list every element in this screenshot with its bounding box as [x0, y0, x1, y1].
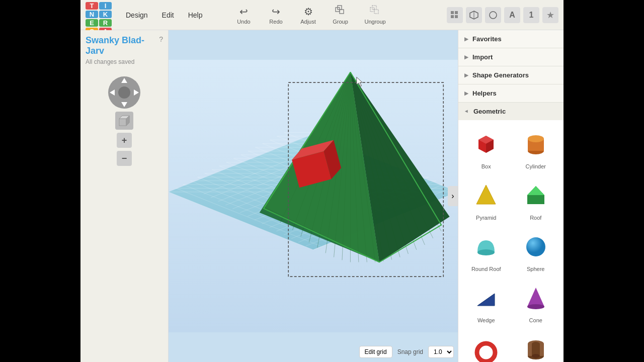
svg-rect-6 [451, 11, 454, 14]
shape-sphere[interactable]: Sphere [512, 227, 560, 276]
section-import-header[interactable]: ▶ Import [458, 48, 564, 66]
svg-point-12 [490, 12, 497, 19]
pyramid-label: Pyramid [476, 215, 496, 221]
svg-point-124 [532, 354, 540, 358]
helpers-arrow-icon: ▶ [464, 90, 468, 96]
group-label: Group [333, 19, 348, 25]
shape-torus[interactable]: Torus [462, 329, 510, 362]
logo-letter-n: N [86, 11, 98, 18]
redo-icon: ↪ [272, 6, 280, 18]
section-geometric-header[interactable]: ▼ Geometric [458, 103, 564, 120]
save-status: All changes saved [86, 58, 157, 65]
svg-point-104 [528, 135, 544, 142]
shape-cylinder[interactable]: Cylinder [512, 124, 560, 173]
section-favorites: ▶ Favorites [458, 30, 564, 48]
canvas-area[interactable]: Edit grid Snap grid 1.0 0.5 0.1 2.0 5.0 … [169, 30, 458, 362]
favorites-label: Favorites [472, 35, 502, 43]
view-text-icon[interactable]: A [504, 7, 520, 23]
view-sphere-icon[interactable] [485, 7, 501, 23]
svg-rect-7 [455, 11, 458, 14]
ungroup-label: Ungroup [365, 19, 386, 25]
left-panel: Swanky Blad-Jarv All changes saved ? [80, 30, 169, 362]
logo: T I N K E R C A D [86, 2, 112, 28]
shape-generators-label: Shape Generators [472, 71, 529, 79]
svg-rect-9 [455, 15, 458, 18]
shape-roof[interactable]: Roof [512, 175, 560, 225]
view-star-icon[interactable]: ★ [542, 7, 558, 23]
svg-marker-106 [476, 185, 496, 204]
section-shape-generators-header[interactable]: ▶ Shape Generators [458, 66, 564, 84]
shape-cone[interactable]: Cone [512, 278, 560, 327]
geometric-label: Geometric [473, 108, 506, 115]
round-roof-icon [470, 231, 502, 263]
round-roof-label: Round Roof [471, 266, 501, 272]
snap-grid-select[interactable]: 1.0 0.5 0.1 2.0 5.0 [428, 346, 454, 358]
svg-marker-110 [527, 195, 544, 204]
ungroup-icon [370, 5, 381, 18]
shape-tube[interactable]: Tube [512, 329, 560, 362]
undo-button[interactable]: ↩ Undo [229, 4, 259, 27]
zoom-out-button[interactable]: − [117, 151, 132, 166]
shape-round-roof[interactable]: Round Roof [462, 227, 510, 276]
cylinder-icon [520, 128, 552, 160]
redo-button[interactable]: ↪ Redo [261, 4, 291, 27]
section-import: ▶ Import [458, 48, 564, 66]
section-shape-generators: ▶ Shape Generators [458, 66, 564, 84]
adjust-button[interactable]: ⚙ Adjust [293, 4, 324, 27]
project-title: Swanky Blad-Jarv [86, 35, 157, 56]
view-cube-icon[interactable] [466, 7, 482, 23]
svg-point-118 [477, 343, 495, 361]
undo-icon: ↩ [239, 6, 248, 18]
sphere-icon [520, 231, 552, 263]
right-panel: ▶ Favorites ▶ Import ▶ Shape Generators [458, 30, 564, 362]
svg-point-117 [527, 304, 544, 309]
ungroup-button[interactable]: Ungroup [358, 3, 393, 27]
nav-help[interactable]: Help [182, 8, 209, 22]
logo-letter-i: I [99, 2, 112, 10]
help-icon[interactable]: ? [159, 35, 163, 43]
group-button[interactable]: Group [326, 3, 356, 27]
view-number-icon[interactable]: 1 [523, 7, 539, 23]
roof-icon [520, 179, 552, 212]
adjust-label: Adjust [300, 19, 316, 25]
section-favorites-header[interactable]: ▶ Favorites [458, 30, 564, 48]
nav-edit[interactable]: Edit [156, 8, 180, 22]
adjust-icon: ⚙ [304, 6, 313, 18]
svg-rect-2 [340, 10, 344, 14]
helpers-label: Helpers [472, 89, 497, 97]
logo-letter-t: T [86, 2, 98, 10]
shape-pyramid[interactable]: Pyramid [462, 175, 510, 225]
cone-label: Cone [529, 317, 542, 323]
svg-rect-8 [451, 15, 454, 18]
bottom-bar: Edit grid Snap grid 1.0 0.5 0.1 2.0 5.0 [359, 346, 454, 358]
nav-wheel[interactable] [108, 76, 140, 109]
shape-wedge[interactable]: Wedge [462, 278, 510, 327]
undo-label: Undo [237, 19, 250, 25]
geometric-arrow-icon: ▼ [464, 109, 469, 114]
view-cube-control[interactable] [115, 112, 133, 130]
zoom-in-button[interactable]: + [117, 133, 132, 148]
scene-svg [169, 30, 458, 362]
roof-label: Roof [530, 215, 541, 221]
collapse-panel-button[interactable]: › [448, 186, 458, 206]
svg-marker-116 [527, 288, 544, 307]
nav-design[interactable]: Design [120, 8, 154, 22]
import-label: Import [472, 53, 493, 61]
section-helpers-header[interactable]: ▶ Helpers [458, 84, 564, 102]
logo-letter-e: E [86, 19, 98, 27]
box-icon [470, 128, 502, 160]
geometric-shapes-grid: Box Cylinder [458, 120, 564, 362]
svg-marker-109 [527, 186, 544, 195]
toolbar: ↩ Undo ↪ Redo ⚙ Adjust Group U [229, 3, 393, 27]
tube-icon [520, 333, 552, 362]
wedge-label: Wedge [477, 317, 495, 323]
shape-box[interactable]: Box [462, 124, 510, 173]
edit-grid-button[interactable]: Edit grid [359, 346, 392, 358]
cylinder-label: Cylinder [526, 163, 546, 169]
sphere-label: Sphere [527, 266, 544, 272]
view-grid-icon[interactable] [447, 7, 463, 23]
import-arrow-icon: ▶ [464, 54, 468, 60]
snap-grid-label: Snap grid [397, 348, 423, 355]
logo-letter-k: K [99, 11, 112, 18]
wedge-icon [470, 282, 502, 314]
